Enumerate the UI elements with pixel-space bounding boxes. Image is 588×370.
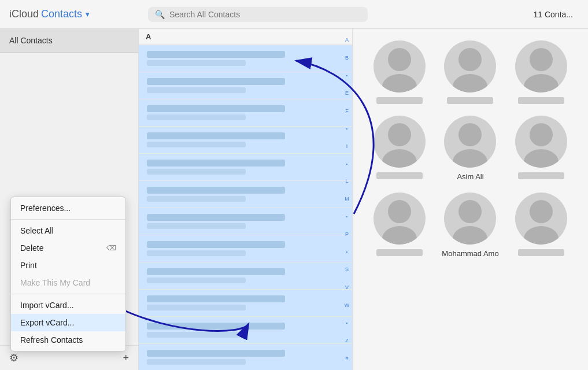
avatar-2 xyxy=(444,40,496,92)
contact-card-1[interactable] xyxy=(370,40,429,104)
sidebar-item-all-contacts[interactable]: All Contacts xyxy=(0,29,138,53)
contact-card-4[interactable] xyxy=(370,116,429,181)
list-item[interactable] xyxy=(139,127,352,154)
menu-separator-2 xyxy=(11,294,125,294)
contact-card-6[interactable] xyxy=(512,116,571,181)
search-icon: 🔍 xyxy=(155,10,165,19)
gear-icon[interactable]: ⚙ xyxy=(9,352,19,364)
menu-item-refresh-contacts[interactable]: Refresh Contacts xyxy=(11,331,125,349)
alpha-dot-2: • xyxy=(346,127,348,131)
alpha-W[interactable]: W xyxy=(345,303,350,308)
avatar-4 xyxy=(373,116,426,168)
list-item[interactable] xyxy=(139,45,352,72)
alpha-Z[interactable]: Z xyxy=(345,338,349,343)
contact-card-mohammad-amo[interactable]: Mohammad Amo xyxy=(441,193,500,258)
context-menu: Preferences... Select All Delete ⌫ Print… xyxy=(10,197,126,352)
list-item[interactable] xyxy=(139,72,352,99)
alpha-hash[interactable]: # xyxy=(345,356,348,361)
contact-card-7[interactable] xyxy=(370,193,429,258)
avatar-asim-ali xyxy=(444,116,496,168)
avatar-mohammad-amo xyxy=(444,193,496,245)
contact-count: 11 Conta... xyxy=(534,10,579,19)
svg-point-14 xyxy=(458,200,482,223)
contact-list-header: A xyxy=(139,29,352,45)
alpha-F[interactable]: F xyxy=(345,109,349,114)
search-bar[interactable]: 🔍 xyxy=(148,7,368,22)
svg-point-15 xyxy=(453,226,487,245)
list-item[interactable] xyxy=(139,181,352,208)
list-item[interactable] xyxy=(139,154,352,181)
svg-point-5 xyxy=(524,74,559,92)
search-input[interactable] xyxy=(169,10,361,19)
contact-name-block-1 xyxy=(376,97,423,104)
contact-list-body[interactable] xyxy=(139,45,352,370)
svg-point-17 xyxy=(524,226,559,245)
list-item[interactable] xyxy=(139,344,352,370)
contact-name-block-7 xyxy=(376,249,423,256)
menu-item-refresh-contacts-label: Refresh Contacts xyxy=(20,335,83,345)
svg-point-12 xyxy=(388,200,411,223)
avatar-1 xyxy=(373,40,426,92)
contact-name-block-9 xyxy=(518,249,564,256)
svg-point-10 xyxy=(530,123,553,146)
alpha-L[interactable]: L xyxy=(345,179,348,184)
svg-point-2 xyxy=(458,48,482,71)
menu-item-preferences[interactable]: Preferences... xyxy=(11,199,125,217)
alpha-A[interactable]: A xyxy=(345,38,349,43)
avatar-7 xyxy=(373,193,426,245)
chevron-down-icon[interactable]: ▾ xyxy=(86,10,90,18)
svg-point-1 xyxy=(382,74,417,92)
avatar-9 xyxy=(515,193,567,245)
svg-point-6 xyxy=(388,123,411,146)
add-contact-button[interactable]: + xyxy=(123,352,129,364)
list-item[interactable] xyxy=(139,262,352,290)
list-item[interactable] xyxy=(139,208,352,235)
menu-item-preferences-label: Preferences... xyxy=(20,204,71,213)
contact-name-block-4 xyxy=(376,172,423,179)
menu-item-print-label: Print xyxy=(20,261,37,270)
menu-item-make-my-card: Make This My Card xyxy=(11,274,125,291)
alpha-E[interactable]: E xyxy=(345,91,349,96)
contact-list-panel: A A B • E F • I • L M • xyxy=(139,29,353,370)
svg-point-8 xyxy=(458,123,482,146)
svg-point-0 xyxy=(388,48,411,71)
menu-item-select-all-label: Select All xyxy=(20,226,54,235)
list-item[interactable] xyxy=(139,317,352,344)
contact-card-2[interactable] xyxy=(441,40,500,104)
menu-item-select-all[interactable]: Select All xyxy=(11,222,125,239)
list-item[interactable] xyxy=(139,290,352,317)
menu-item-print[interactable]: Print xyxy=(11,257,125,274)
alpha-P[interactable]: P xyxy=(345,232,349,237)
menu-item-delete[interactable]: Delete ⌫ xyxy=(11,239,125,257)
alpha-M[interactable]: M xyxy=(345,197,349,202)
alpha-dot-6: • xyxy=(346,321,348,325)
svg-point-4 xyxy=(530,48,553,71)
avatar-3 xyxy=(515,40,567,92)
contacts-grid: Asim Ali xyxy=(370,40,571,258)
menu-item-make-my-card-label: Make This My Card xyxy=(20,278,90,287)
alpha-I[interactable]: I xyxy=(346,144,348,149)
svg-point-3 xyxy=(453,74,487,92)
svg-point-16 xyxy=(530,200,553,223)
contact-name-mohammad-amo: Mohammad Amo xyxy=(442,249,498,258)
menu-item-import-vcard[interactable]: Import vCard... xyxy=(11,297,125,314)
contacts-grid-panel: Asim Ali xyxy=(353,29,588,370)
contact-card-asim-ali[interactable]: Asim Ali xyxy=(441,116,500,181)
alpha-index: A B • E F • I • L M • P • S V W • Z # xyxy=(342,29,352,370)
menu-item-import-vcard-label: Import vCard... xyxy=(20,301,74,310)
contact-name-asim-ali: Asim Ali xyxy=(457,172,483,181)
list-item[interactable] xyxy=(139,235,352,262)
alpha-S[interactable]: S xyxy=(345,267,349,272)
alpha-dot-1: • xyxy=(346,73,348,78)
alpha-dot-3: • xyxy=(346,162,348,166)
contact-card-3[interactable] xyxy=(512,40,571,104)
svg-point-11 xyxy=(524,149,559,168)
contacts-label[interactable]: Contacts xyxy=(41,8,82,20)
top-bar: iCloud Contacts ▾ 🔍 11 Conta... xyxy=(0,0,588,29)
list-item[interactable] xyxy=(139,99,352,127)
alpha-B[interactable]: B xyxy=(345,56,349,61)
contact-card-9[interactable] xyxy=(512,193,571,258)
menu-item-export-vcard[interactable]: Export vCard... xyxy=(11,314,125,331)
avatar-6 xyxy=(515,116,567,168)
alpha-V[interactable]: V xyxy=(345,285,349,290)
